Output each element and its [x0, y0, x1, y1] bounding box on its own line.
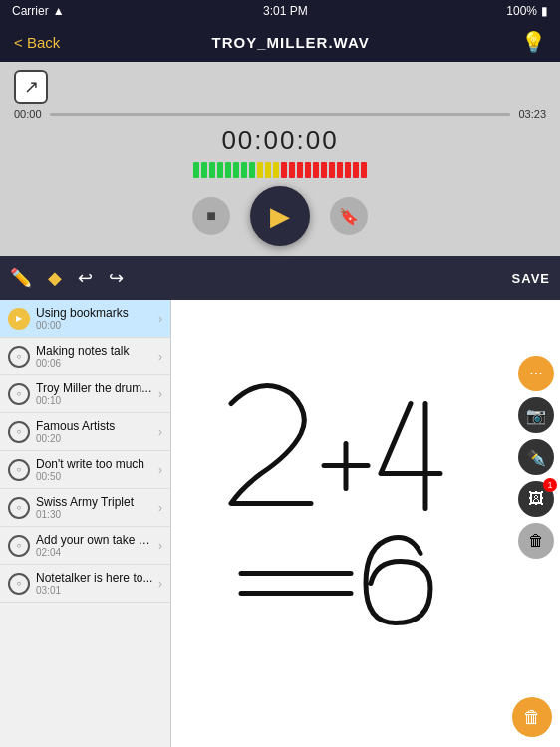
wifi-icon: ▲: [53, 4, 65, 18]
end-time: 03:23: [518, 108, 546, 120]
playlist-item-time: 00:00: [36, 320, 154, 331]
playlist-item-time: 00:20: [36, 433, 154, 444]
playlist-item-time: 01:30: [36, 509, 154, 520]
export-button[interactable]: ↗: [14, 70, 48, 104]
bookmark-icon: 🔖: [339, 207, 359, 226]
playlist-item-time: 02:04: [36, 547, 154, 558]
status-bar: Carrier ▲ 3:01 PM 100% ▮: [0, 0, 560, 22]
vu-bar: [193, 162, 199, 178]
bookmark-button[interactable]: 🔖: [330, 197, 368, 235]
playlist-item-text: Add your own take o...02:04: [36, 533, 154, 558]
content-area: ✏️ ◆ ↩ ↪ SAVE ▶Using bookmarks00:00›○Mak…: [0, 256, 560, 747]
nav-bar: < Back TROY_MILLER.WAV 💡: [0, 22, 560, 62]
vu-bar: [225, 162, 231, 178]
vu-bar: [209, 162, 215, 178]
drawing-canvas[interactable]: ··· 📷 ✒️ 🖼 1 🗑: [171, 300, 560, 747]
vu-bar: [361, 162, 367, 178]
drawing-panel: ··· 📷 ✒️ 🖼 1 🗑: [171, 300, 560, 747]
redo-tool[interactable]: ↪: [109, 267, 124, 289]
playlist-item[interactable]: ○Troy Miller the drum...00:10›: [0, 375, 170, 413]
vu-bar: [297, 162, 303, 178]
playlist-item-time: 00:10: [36, 395, 154, 406]
save-button[interactable]: SAVE: [512, 271, 550, 286]
vu-bar: [329, 162, 335, 178]
play-button[interactable]: ▶: [250, 186, 310, 246]
stop-button[interactable]: ■: [192, 197, 230, 235]
pencil-tool[interactable]: ✏️: [10, 267, 32, 289]
vu-bar: [233, 162, 239, 178]
chevron-icon: ›: [158, 539, 162, 553]
playlist-item-title: Making notes talk: [36, 344, 154, 358]
draw-toolbar: ✏️ ◆ ↩ ↪ SAVE: [0, 256, 560, 300]
playlist-item-text: Using bookmarks00:00: [36, 306, 154, 331]
status-right: 100% ▮: [506, 4, 548, 18]
right-float-toolbar: ··· 📷 ✒️ 🖼 1 🗑: [512, 350, 560, 565]
delete-icon: 🗑: [523, 707, 541, 728]
playlist-item[interactable]: ▶Using bookmarks00:00›: [0, 300, 170, 338]
playlist-item[interactable]: ○Famous Artists00:20›: [0, 413, 170, 451]
playlist-item-title: Using bookmarks: [36, 306, 154, 320]
back-button[interactable]: < Back: [14, 34, 60, 51]
vu-bar: [313, 162, 319, 178]
playlist-item-time: 00:06: [36, 358, 154, 369]
playlist-item-text: Don't write too much00:50: [36, 457, 154, 482]
chevron-icon: ›: [158, 387, 162, 401]
progress-track[interactable]: [50, 113, 511, 116]
play-icon: ▶: [270, 201, 290, 232]
playlist-item-icon: ○: [8, 535, 30, 557]
progress-row: 00:00 03:23: [14, 108, 546, 120]
playlist-item-icon: ○: [8, 421, 30, 443]
status-left: Carrier ▲: [12, 4, 65, 18]
playlist-item[interactable]: ○Don't write too much00:50›: [0, 451, 170, 489]
playlist-item-icon: ○: [8, 383, 30, 405]
carrier-label: Carrier: [12, 4, 49, 18]
playlist-item-title: Add your own take o...: [36, 533, 154, 547]
pen-button[interactable]: ✒️: [518, 439, 554, 475]
vu-meter: [193, 162, 367, 178]
playlist-item-time: 03:01: [36, 585, 154, 596]
camera-button[interactable]: 📷: [518, 397, 554, 433]
more-options-button[interactable]: ···: [518, 356, 554, 391]
playlist-item-text: Notetalker is here to...03:01: [36, 571, 154, 596]
player-top-row: ↗: [14, 70, 546, 104]
vu-bar: [337, 162, 343, 178]
vu-bar: [257, 162, 263, 178]
vu-bar: [289, 162, 295, 178]
chevron-icon: ›: [158, 463, 162, 477]
image-button[interactable]: 🖼 1: [518, 481, 554, 517]
camera-icon: 📷: [526, 406, 546, 425]
player-area: ↗ 00:00 03:23 00:00:00: [0, 62, 560, 256]
delete-button[interactable]: 🗑: [512, 697, 552, 737]
playlist-item[interactable]: ○Add your own take o...02:04›: [0, 527, 170, 565]
vu-bar: [241, 162, 247, 178]
undo-tool[interactable]: ↩: [78, 267, 93, 289]
playlist-item-icon: ▶: [8, 308, 30, 330]
playlist-item[interactable]: ○Making notes talk00:06›: [0, 338, 170, 375]
timer-display: 00:00:00: [221, 125, 338, 156]
vu-bar: [273, 162, 279, 178]
status-time: 3:01 PM: [263, 4, 308, 18]
pen-icon: ✒️: [526, 448, 546, 467]
export-icon: ↗: [24, 76, 39, 98]
playlist-item-icon: ○: [8, 497, 30, 519]
playlist-item[interactable]: ○Swiss Army Triplet01:30›: [0, 489, 170, 527]
battery-label: 100%: [506, 4, 537, 18]
vu-bar: [265, 162, 271, 178]
playlist-item-title: Famous Artists: [36, 419, 154, 433]
playlist-item-icon: ○: [8, 573, 30, 595]
bulb-icon[interactable]: 💡: [521, 30, 546, 54]
vu-bar: [249, 162, 255, 178]
playlist-item[interactable]: ○Notetalker is here to...03:01›: [0, 565, 170, 603]
panels-row: ▶Using bookmarks00:00›○Making notes talk…: [0, 300, 560, 747]
chevron-icon: ›: [158, 350, 162, 364]
dots-icon: ···: [529, 365, 542, 382]
nav-title: TROY_MILLER.WAV: [212, 34, 370, 51]
trash-float-button[interactable]: 🗑: [518, 523, 554, 559]
chevron-icon: ›: [158, 501, 162, 515]
eraser-tool[interactable]: ◆: [48, 267, 62, 289]
trash-float-icon: 🗑: [528, 532, 544, 550]
image-icon: 🖼: [528, 490, 544, 508]
playlist-item-title: Notetalker is here to...: [36, 571, 154, 585]
vu-bar: [345, 162, 351, 178]
playlist-panel: ▶Using bookmarks00:00›○Making notes talk…: [0, 300, 171, 747]
